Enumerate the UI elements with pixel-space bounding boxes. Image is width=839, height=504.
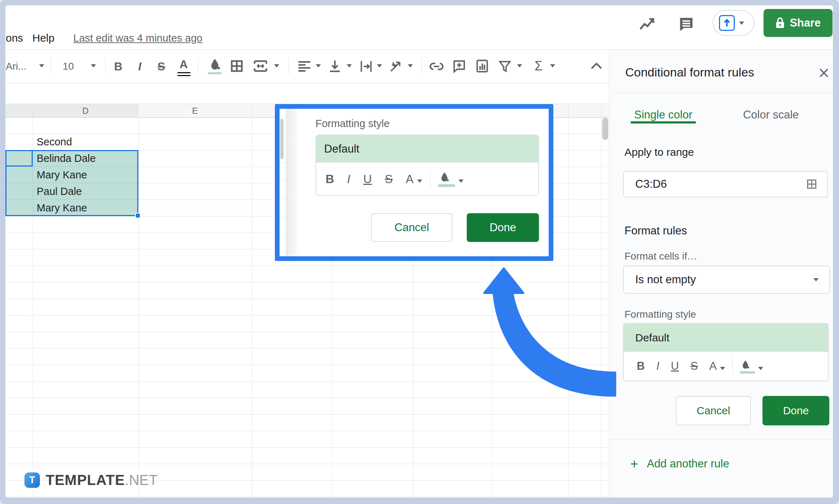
- italic-icon[interactable]: I: [656, 360, 659, 373]
- toolbar-divider: [732, 358, 733, 375]
- bold-icon[interactable]: B: [326, 172, 334, 186]
- filter-icon[interactable]: [498, 59, 512, 74]
- text-wrap-caret[interactable]: [377, 64, 382, 67]
- range-input[interactable]: C3:D6: [623, 171, 828, 197]
- sheet-scrollbar-thumb[interactable]: [602, 118, 608, 140]
- last-edit-link[interactable]: Last edit was 4 minutes ago: [73, 32, 202, 45]
- cell-d2[interactable]: Second: [37, 134, 72, 150]
- text-rotate-caret[interactable]: [408, 64, 413, 67]
- template-badge-letter: T: [29, 475, 35, 486]
- font-size-caret[interactable]: [91, 64, 96, 67]
- callout-panel-shadow: [286, 109, 301, 256]
- underline-icon[interactable]: U: [363, 172, 372, 186]
- underline-icon[interactable]: U: [671, 360, 679, 373]
- tab-color-scale[interactable]: Color scale: [739, 106, 802, 124]
- watermark-brand-light: .NET: [125, 472, 158, 488]
- fill-color-icon[interactable]: [208, 57, 222, 74]
- callout-done-button[interactable]: Done: [467, 213, 539, 242]
- panel-done-label: Done: [783, 405, 809, 417]
- font-size-select[interactable]: 10: [56, 59, 80, 74]
- column-header-d[interactable]: D: [33, 104, 138, 117]
- vertical-align-icon[interactable]: [328, 59, 342, 74]
- active-cell-border: [5, 150, 33, 167]
- comment-history-icon[interactable]: [677, 15, 696, 33]
- merge-cells-icon[interactable]: [253, 59, 268, 74]
- panel-done-button[interactable]: Done: [762, 396, 829, 425]
- column-header-e[interactable]: E: [138, 104, 252, 117]
- text-rotate-icon[interactable]: [388, 59, 404, 74]
- watermark-brand-bold: TEMPLATE: [46, 472, 125, 488]
- present-icon: [719, 15, 735, 31]
- text-color-icon[interactable]: A: [709, 360, 717, 373]
- strikethrough-icon[interactable]: S: [690, 360, 698, 373]
- callout-style-toolbar: B I U S A: [316, 163, 538, 195]
- format-rules-label: Format rules: [624, 224, 687, 237]
- callout-cancel-label: Cancel: [395, 221, 429, 234]
- panel-cancel-button[interactable]: Cancel: [676, 396, 751, 425]
- selection-fill-handle[interactable]: [135, 213, 140, 218]
- menu-item-help[interactable]: Help: [32, 32, 55, 45]
- add-another-rule-button[interactable]: + Add another rule: [630, 456, 729, 472]
- filter-caret[interactable]: [517, 64, 522, 67]
- fill-color-caret[interactable]: [458, 179, 464, 183]
- vertical-align-caret[interactable]: [347, 64, 352, 67]
- text-wrap-icon[interactable]: [359, 59, 373, 74]
- text-color-sample: [178, 72, 190, 73]
- text-color-caret[interactable]: [720, 367, 725, 370]
- close-icon[interactable]: [818, 67, 830, 79]
- app-window: ons Help Last edit was 4 minutes ago Sha…: [5, 5, 833, 498]
- tab-color-scale-label: Color scale: [743, 108, 799, 121]
- panel-title: Conditional format rules: [625, 65, 754, 79]
- callout-style-preview: Default: [316, 135, 538, 163]
- condition-caret: [813, 278, 819, 281]
- functions-caret[interactable]: [550, 64, 555, 67]
- trend-icon[interactable]: [639, 16, 656, 32]
- italic-icon[interactable]: I: [132, 59, 148, 74]
- italic-icon[interactable]: I: [347, 172, 350, 186]
- horizontal-align-icon[interactable]: [297, 60, 312, 73]
- functions-icon[interactable]: Σ: [531, 58, 547, 74]
- present-button[interactable]: [713, 10, 755, 36]
- font-name-caret[interactable]: [39, 64, 44, 67]
- select-range-icon[interactable]: [806, 178, 818, 190]
- merge-caret[interactable]: [274, 64, 279, 67]
- condition-value: Is not empty: [635, 273, 696, 286]
- strikethrough-icon[interactable]: S: [385, 172, 393, 186]
- format-cells-if-label: Format cells if…: [624, 251, 697, 262]
- add-comment-icon[interactable]: [452, 59, 467, 74]
- collapse-toolbar-icon[interactable]: [590, 62, 603, 70]
- bold-icon[interactable]: B: [637, 360, 645, 373]
- borders-icon[interactable]: [229, 59, 244, 74]
- watermark: T TEMPLATE.NET: [24, 472, 158, 488]
- menu-item-extensions[interactable]: ons: [6, 32, 23, 45]
- panel-style-value: Default: [635, 332, 669, 344]
- callout-scrollbar-fragment: [280, 119, 283, 159]
- callout-style-container: Default B I U S A: [315, 135, 539, 196]
- horizontal-align-caret[interactable]: [316, 64, 321, 67]
- apply-to-range-label: Apply to range: [624, 146, 694, 158]
- bold-icon[interactable]: B: [110, 59, 126, 74]
- range-value: C3:D6: [635, 178, 667, 191]
- strikethrough-icon[interactable]: S: [153, 59, 169, 74]
- toolbar-divider: [430, 170, 430, 188]
- insert-chart-icon[interactable]: [475, 59, 490, 74]
- condition-dropdown[interactable]: Is not empty: [623, 266, 830, 294]
- text-color-caret[interactable]: [417, 179, 422, 183]
- font-name-select[interactable]: Ari...: [6, 59, 27, 74]
- callout-cancel-button[interactable]: Cancel: [371, 213, 452, 242]
- lock-icon: [775, 17, 785, 29]
- present-dropdown-caret[interactable]: [739, 22, 744, 25]
- callout-formatting-style-label: Formatting style: [315, 118, 389, 130]
- tab-single-color-label: Single color: [634, 108, 692, 121]
- share-button[interactable]: Share: [764, 9, 833, 37]
- insert-link-icon[interactable]: [429, 61, 444, 72]
- text-color-icon[interactable]: A: [406, 172, 414, 186]
- fill-color-icon[interactable]: [740, 359, 755, 374]
- text-color-icon[interactable]: A: [176, 56, 192, 72]
- fill-color-icon[interactable]: [438, 171, 455, 187]
- callout-style-value: Default: [324, 143, 359, 155]
- fill-color-caret[interactable]: [758, 367, 763, 370]
- add-another-rule-label: Add another rule: [647, 457, 729, 470]
- panel-cancel-label: Cancel: [697, 405, 730, 417]
- panel-style-preview: Default: [624, 324, 828, 352]
